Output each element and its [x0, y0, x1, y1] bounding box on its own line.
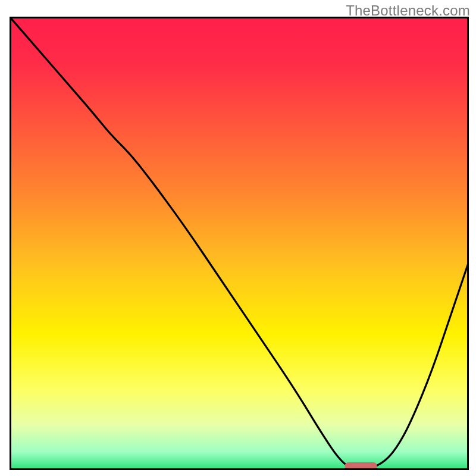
chart-frame: TheBottleneck.com [0, 0, 476, 476]
plot-area [10, 17, 469, 470]
gradient-background [10, 17, 469, 470]
bottleneck-chart-svg [10, 17, 469, 470]
